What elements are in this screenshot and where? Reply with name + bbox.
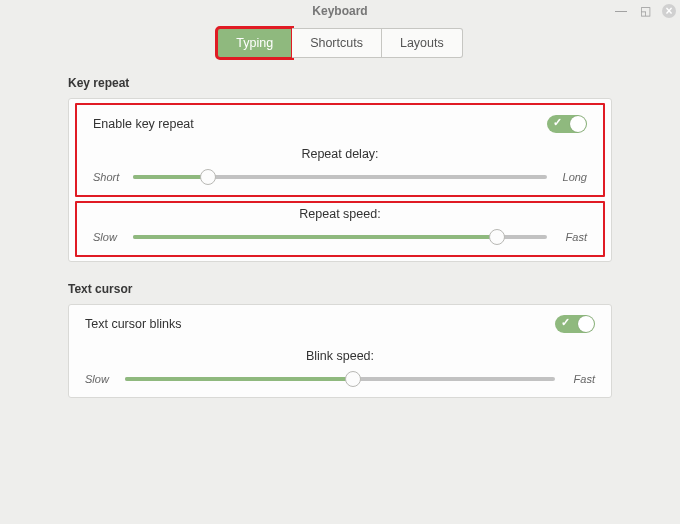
repeat-speed-max-label: Fast (555, 231, 587, 243)
slider-thumb[interactable] (200, 169, 216, 185)
enable-key-repeat-label: Enable key repeat (93, 117, 194, 131)
repeat-delay-min-label: Short (93, 171, 125, 183)
check-icon: ✓ (561, 316, 570, 329)
window-title: Keyboard (312, 4, 367, 18)
key-repeat-panel: Enable key repeat ✓ Repeat delay: Short … (68, 98, 612, 262)
blink-speed-block: Blink speed: Slow Fast (69, 343, 611, 397)
repeat-speed-block: Repeat speed: Slow Fast (77, 203, 603, 255)
text-cursor-blinks-toggle[interactable]: ✓ (555, 315, 595, 333)
tab-shortcuts[interactable]: Shortcuts (292, 28, 382, 58)
enable-key-repeat-row: Enable key repeat ✓ (77, 105, 603, 143)
close-icon[interactable]: × (662, 4, 676, 18)
repeat-speed-slider[interactable] (133, 235, 547, 239)
repeat-delay-slider[interactable] (133, 175, 547, 179)
slider-thumb[interactable] (345, 371, 361, 387)
tab-typing[interactable]: Typing (217, 28, 292, 58)
blink-speed-max-label: Fast (563, 373, 595, 385)
repeat-delay-max-label: Long (555, 171, 587, 183)
blink-speed-slider[interactable] (125, 377, 555, 381)
tab-bar: TypingShortcutsLayouts (0, 22, 680, 68)
section-heading-text-cursor: Text cursor (68, 282, 612, 296)
check-icon: ✓ (553, 116, 562, 129)
title-bar: Keyboard — ◱ × (0, 0, 680, 22)
slider-thumb[interactable] (489, 229, 505, 245)
repeat-delay-block: Repeat delay: Short Long (77, 143, 603, 195)
repeat-speed-min-label: Slow (93, 231, 125, 243)
highlight-enable-and-delay: Enable key repeat ✓ Repeat delay: Short … (75, 103, 605, 197)
repeat-delay-title: Repeat delay: (93, 147, 587, 161)
text-cursor-panel: Text cursor blinks ✓ Blink speed: Slow F… (68, 304, 612, 398)
toggle-knob (578, 316, 594, 332)
blink-speed-min-label: Slow (85, 373, 117, 385)
maximize-icon[interactable]: ◱ (638, 4, 652, 18)
section-heading-key-repeat: Key repeat (68, 76, 612, 90)
tab-layouts[interactable]: Layouts (382, 28, 463, 58)
highlight-repeat-speed: Repeat speed: Slow Fast (75, 201, 605, 257)
text-cursor-blinks-label: Text cursor blinks (85, 317, 182, 331)
window-controls: — ◱ × (614, 0, 676, 22)
minimize-icon[interactable]: — (614, 4, 628, 18)
enable-key-repeat-toggle[interactable]: ✓ (547, 115, 587, 133)
blink-speed-title: Blink speed: (85, 349, 595, 363)
text-cursor-blinks-row: Text cursor blinks ✓ (69, 305, 611, 343)
toggle-knob (570, 116, 586, 132)
repeat-speed-title: Repeat speed: (93, 207, 587, 221)
